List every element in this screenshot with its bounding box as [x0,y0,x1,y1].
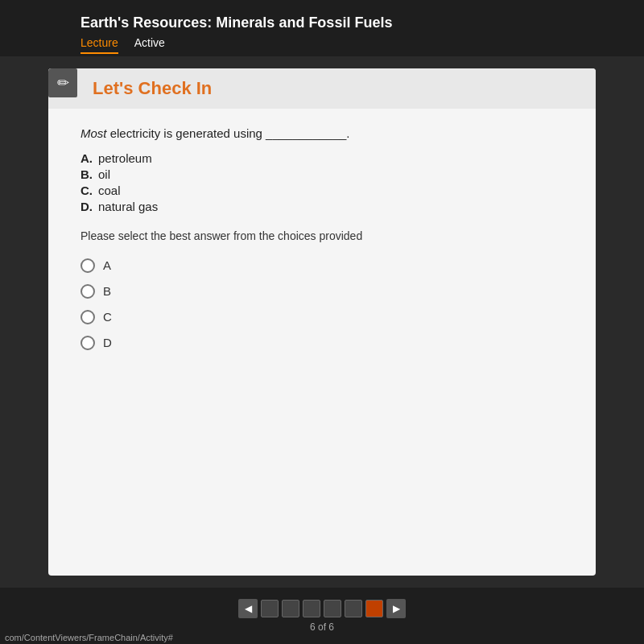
content-area: ✏ Let's Check In Most electricity is gen… [0,56,644,588]
radio-circle-d[interactable] [80,336,95,350]
nav-dot-1[interactable] [261,600,279,617]
nav-dot-4[interactable] [324,600,341,617]
choice-c: C. coal [80,184,564,197]
nav-dot-2[interactable] [282,600,299,617]
nav-dot-3[interactable] [303,600,320,617]
course-title: Earth's Resources: Minerals and Fossil F… [80,8,628,31]
radio-option-c[interactable]: C [80,310,564,324]
pencil-icon-wrapper: ✏ [48,68,77,97]
choices-list: A. petroleum B. oil C. coal D. natural g… [80,151,564,213]
radio-circle-c[interactable] [80,310,95,324]
instruction-text: Please select the best answer from the c… [80,229,564,242]
prev-arrow[interactable]: ◀ [238,599,258,618]
question-text: Most electricity is generated using ____… [80,125,564,143]
nav-controls: ◀ ▶ [238,599,406,618]
radio-label-c: C [103,310,112,324]
radio-option-d[interactable]: D [80,336,564,350]
choice-a: A. petroleum [80,151,564,165]
nav-tabs: Lecture Active [80,36,628,54]
radio-label-d: D [103,336,112,349]
radio-options: A B C D [80,258,564,350]
page-label: 6 of 6 [310,621,334,633]
question-emphasis: Most [80,126,107,140]
pencil-icon: ✏ [57,74,69,92]
radio-circle-a[interactable] [80,258,95,273]
radio-option-b[interactable]: B [80,284,564,299]
tab-active[interactable]: Active [134,36,165,54]
top-bar: Earth's Resources: Minerals and Fossil F… [0,0,644,56]
nav-dot-6[interactable] [365,600,383,617]
radio-circle-b[interactable] [80,284,95,299]
radio-label-a: A [103,258,111,272]
choice-b: B. oil [80,167,564,181]
choice-d: D. natural gas [80,200,564,213]
radio-label-b: B [103,284,111,298]
url-bar: com/ContentViewers/FrameChain/Activity# [0,631,178,644]
white-panel: ✏ Let's Check In Most electricity is gen… [48,68,596,576]
tab-lecture[interactable]: Lecture [80,36,118,54]
nav-dot-5[interactable] [345,600,362,617]
next-arrow[interactable]: ▶ [386,599,406,618]
radio-option-a[interactable]: A [80,258,564,273]
panel-body: Most electricity is generated using ____… [48,109,596,374]
